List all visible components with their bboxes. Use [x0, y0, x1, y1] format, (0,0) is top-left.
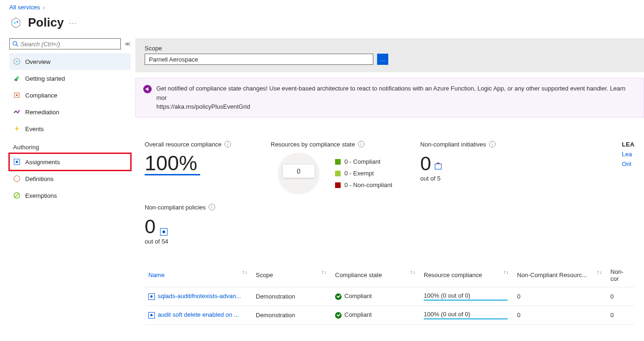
sidebar-item-label: Events: [25, 125, 44, 132]
legend-compliant: 0 - Compliant: [335, 158, 392, 165]
svg-point-10: [16, 161, 18, 163]
collapse-sidebar-button[interactable]: ≪: [125, 41, 131, 47]
sort-icon: ↑↓: [322, 269, 327, 275]
sort-icon: ↑↓: [504, 269, 509, 275]
sidebar-item-definitions[interactable]: Definitions: [9, 170, 131, 187]
col-noncompliant-resources[interactable]: Non-Compliant Resourc...↑↓: [513, 264, 607, 287]
rocket-icon: [13, 75, 21, 82]
noncompliant-initiatives-title: Non-compliant initiatives: [420, 141, 486, 148]
scope-input[interactable]: Parnell Aerospace: [145, 54, 373, 65]
scope-picker-button[interactable]: ...: [377, 54, 388, 65]
assignments-icon: [13, 158, 21, 166]
cell-last: 0: [607, 306, 635, 324]
sidebar-item-label: Remediation: [25, 109, 59, 116]
initiative-icon: [434, 153, 442, 175]
cell-state: Compliant: [331, 306, 420, 324]
svg-point-3: [13, 41, 17, 45]
noncompliant-policies-value: 0: [145, 216, 155, 238]
noncompliant-initiatives-value: 0: [420, 153, 431, 175]
svg-line-13: [15, 194, 19, 197]
noncompliant-policies-title: Non-compliant policies: [145, 204, 206, 211]
svg-line-4: [16, 45, 18, 46]
resources-by-state-title: Resources by compliance state: [271, 141, 355, 148]
learn-link-2[interactable]: Onl: [622, 160, 635, 167]
breadcrumb-all-services[interactable]: All services: [9, 4, 40, 11]
info-icon[interactable]: i: [224, 141, 231, 147]
events-icon: [13, 125, 21, 132]
policy-row-icon: [148, 293, 155, 300]
col-last[interactable]: Non-cor: [607, 264, 635, 287]
policy-icon: [9, 16, 22, 29]
cell-scope: Demonstration: [252, 306, 331, 324]
overview-icon: [13, 58, 21, 65]
sidebar-item-label: Exemptions: [25, 192, 57, 199]
policy-small-icon: [160, 228, 168, 236]
sort-icon: ↑↓: [242, 269, 247, 275]
scope-label: Scope: [145, 45, 635, 52]
sidebar-item-getting-started[interactable]: Getting started: [9, 70, 131, 87]
svg-point-2: [17, 21, 18, 22]
check-icon: [335, 293, 342, 300]
sort-icon: ↑↓: [597, 269, 602, 275]
notification-banner: Get notified of compliance state changes…: [135, 78, 644, 118]
compliance-table: Name↑↓ Scope↑↓ Compliance state↑↓ Resour…: [145, 264, 635, 325]
svg-marker-11: [14, 175, 20, 182]
svg-point-1: [14, 21, 16, 23]
cell-name[interactable]: audit soft delete enabled on ...: [145, 306, 252, 324]
col-scope[interactable]: Scope↑↓: [252, 264, 331, 287]
donut-center-value: 0: [283, 165, 315, 178]
sidebar-item-assignments[interactable]: Assignments: [9, 153, 131, 170]
cell-noncompliant-resources: 0: [513, 306, 607, 324]
policy-row-icon: [148, 312, 155, 319]
cell-last: 0: [607, 287, 635, 306]
sidebar-item-exemptions[interactable]: Exemptions: [9, 187, 131, 204]
search-input[interactable]: [19, 41, 118, 48]
col-resource-compliance[interactable]: Resource compliance↑↓: [420, 264, 513, 287]
sidebar-search-box[interactable]: [9, 38, 121, 49]
overall-compliance-title: Overall resource compliance: [145, 141, 222, 148]
compliance-donut-chart: 0: [271, 153, 327, 195]
learn-link-1[interactable]: Lea: [622, 151, 635, 158]
col-name[interactable]: Name↑↓: [145, 264, 252, 287]
sidebar-section-authoring: Authoring: [9, 137, 131, 153]
sidebar-item-label: Definitions: [25, 175, 54, 182]
overall-compliance-value: 100%: [145, 153, 200, 175]
col-compliance-state[interactable]: Compliance state↑↓: [331, 264, 420, 287]
sort-icon: ↑↓: [410, 269, 415, 275]
sidebar-item-overview[interactable]: Overview: [9, 53, 131, 70]
cell-resource-compliance: 100% (0 out of 0): [420, 306, 513, 324]
sidebar-item-compliance[interactable]: Compliance: [9, 87, 131, 104]
table-row[interactable]: sqlads-auditifnotexists-advan...Demonstr…: [145, 287, 635, 306]
noncompliant-policies-sub: out of 54: [145, 238, 635, 245]
megaphone-icon: [143, 85, 152, 93]
cell-name[interactable]: sqlads-auditifnotexists-advan...: [145, 287, 252, 306]
sidebar-item-label: Getting started: [25, 75, 65, 82]
legend-exempt: 0 - Exempt: [335, 170, 392, 177]
search-icon: [13, 41, 19, 47]
exemptions-icon: [13, 192, 21, 199]
definitions-icon: [13, 175, 21, 182]
info-icon[interactable]: i: [489, 141, 496, 147]
sidebar-item-events[interactable]: Events: [9, 120, 131, 137]
banner-link[interactable]: https://aka.ms/policyPlusEventGrid: [156, 103, 250, 110]
chevron-right-icon: ›: [43, 5, 45, 10]
sidebar-item-label: Overview: [25, 58, 50, 65]
sidebar-item-label: Assignments: [25, 159, 60, 166]
more-menu-button[interactable]: ···: [70, 19, 78, 27]
info-icon[interactable]: i: [209, 204, 215, 210]
info-icon[interactable]: i: [358, 141, 364, 147]
cell-scope: Demonstration: [252, 287, 331, 306]
cell-noncompliant-resources: 0: [513, 287, 607, 306]
cell-resource-compliance: 100% (0 out of 0): [420, 287, 513, 306]
remediation-icon: [13, 108, 21, 116]
svg-rect-14: [435, 164, 441, 169]
page-title: Policy: [28, 15, 64, 30]
svg-point-6: [16, 61, 18, 63]
banner-text: Get notified of compliance state changes…: [156, 85, 625, 101]
learn-heading: LEA: [622, 141, 635, 148]
sidebar-item-label: Compliance: [25, 92, 57, 99]
sidebar-item-remediation[interactable]: Remediation: [9, 104, 131, 120]
noncompliant-initiatives-sub: out of 5: [420, 175, 496, 182]
table-row[interactable]: audit soft delete enabled on ...Demonstr…: [145, 306, 635, 324]
cell-state: Compliant: [331, 287, 420, 306]
